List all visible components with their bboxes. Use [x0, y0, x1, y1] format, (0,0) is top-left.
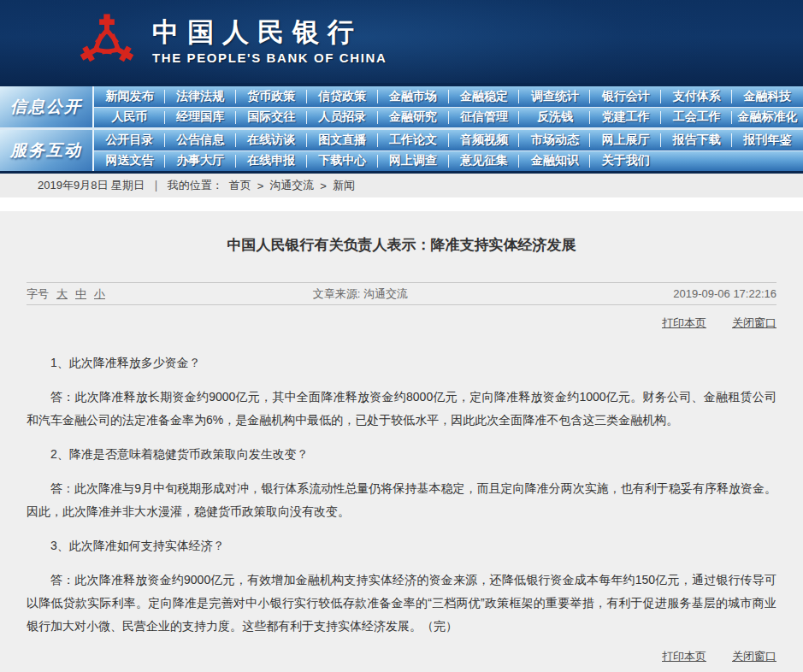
nav-item[interactable]: 支付体系	[661, 86, 732, 107]
chevron-right-icon: >	[320, 180, 327, 192]
article-paragraph: 1、此次降准释放多少资金？	[27, 351, 776, 374]
nav-row: 公开目录 公告信息 在线访谈 图文直播 工作论文 音频视频 市场动态 网上展厅 …	[94, 130, 803, 150]
nav-item-empty	[661, 151, 732, 172]
nav-tab-service-interaction[interactable]: 服务互动	[0, 130, 94, 171]
breadcrumb-item-communication[interactable]: 沟通交流	[269, 178, 314, 193]
article-source: 文章来源: 沟通交流	[313, 286, 408, 302]
nav-item[interactable]: 国际交往	[236, 108, 307, 128]
source-label: 文章来源:	[313, 287, 361, 300]
nav-item[interactable]: 银行会计	[590, 86, 661, 107]
nav-item[interactable]: 工作论文	[378, 130, 449, 150]
nav-item[interactable]: 金融知识	[519, 151, 590, 172]
nav-item[interactable]: 金融科技	[732, 86, 803, 107]
nav-item[interactable]: 在线访谈	[236, 130, 307, 150]
breadcrumb-item-news[interactable]: 新闻	[333, 178, 355, 193]
font-size-small-button[interactable]: 小	[94, 286, 105, 302]
nav-item[interactable]: 工会工作	[661, 108, 732, 128]
nav-item[interactable]: 人民币	[94, 108, 165, 128]
article-meta-bar: 字号 大 中 小 文章来源: 沟通交流 2019-09-06 17:22:16	[27, 282, 776, 305]
font-size-medium-button[interactable]: 中	[75, 286, 86, 302]
pboc-logo-icon	[75, 10, 139, 74]
article-container: 中国人民银行有关负责人表示：降准支持实体经济发展 字号 大 中 小 文章来源: …	[0, 211, 803, 672]
close-window-link[interactable]: 关闭窗口	[732, 315, 776, 331]
nav-item-empty	[732, 151, 803, 172]
article-paragraph: 答：此次降准与9月中旬税期形成对冲，银行体系流动性总量仍将保持基本稳定，而且定向…	[27, 477, 776, 523]
breadcrumb: 2019年9月8日 星期日 ｜ 我的位置： 首页 > 沟通交流 > 新闻	[0, 174, 803, 197]
nav-section-info-disclosure: 信息公开 新闻发布 法律法规 货币政策 信贷政策 金融市场 金融稳定 调查统计 …	[0, 86, 803, 127]
nav-item[interactable]: 市场动态	[519, 130, 590, 150]
article-datetime: 2019-09-06 17:22:16	[673, 287, 776, 300]
close-window-link[interactable]: 关闭窗口	[732, 649, 776, 664]
article-paragraph: 答：此次降准释放长期资金约9000亿元，其中全面降准释放资金约8000亿元，定向…	[27, 386, 776, 432]
nav-row: 人民币 经理国库 国际交往 人员招录 金融研究 征信管理 反洗钱 党建工作 工会…	[94, 107, 803, 128]
location-label: 我的位置：	[168, 178, 223, 193]
nav-grid: 新闻发布 法律法规 货币政策 信贷政策 金融市场 金融稳定 调查统计 银行会计 …	[94, 86, 803, 127]
nav-section-service-interaction: 服务互动 公开目录 公告信息 在线访谈 图文直播 工作论文 音频视频 市场动态 …	[0, 130, 803, 171]
nav-item[interactable]: 党建工作	[590, 108, 661, 128]
nav-item[interactable]: 调查统计	[519, 86, 590, 107]
font-size-label: 字号	[27, 286, 49, 302]
nav-item[interactable]: 金融标准化	[732, 108, 803, 128]
breadcrumb-item-home[interactable]: 首页	[229, 178, 251, 193]
nav-item[interactable]: 网上调查	[378, 151, 449, 172]
nav-item[interactable]: 货币政策	[236, 86, 307, 107]
font-size-controls: 字号 大 中 小	[27, 286, 105, 302]
nav-item[interactable]: 下载中心	[307, 151, 378, 172]
article-body: 1、此次降准释放多少资金？ 答：此次降准释放长期资金约9000亿元，其中全面降准…	[27, 351, 776, 638]
breadcrumb-divider: ｜	[151, 178, 162, 193]
nav-item[interactable]: 报刊年鉴	[732, 130, 803, 150]
nav-tab-info-disclosure[interactable]: 信息公开	[0, 86, 94, 127]
nav-item[interactable]: 公告信息	[165, 130, 236, 150]
nav-item[interactable]: 办事大厅	[165, 151, 236, 172]
print-page-link[interactable]: 打印本页	[662, 649, 706, 664]
nav-item[interactable]: 反洗钱	[519, 108, 590, 128]
article-paragraph: 答：此次降准释放资金约9000亿元，有效增加金融机构支持实体经济的资金来源，还降…	[27, 569, 776, 638]
nav-item[interactable]: 报告下载	[661, 130, 732, 150]
chevron-right-icon: >	[257, 180, 264, 192]
nav-item[interactable]: 经理国库	[165, 108, 236, 128]
source-value: 沟通交流	[363, 287, 408, 300]
nav-item[interactable]: 公开目录	[94, 130, 165, 150]
main-nav: 信息公开 新闻发布 法律法规 货币政策 信贷政策 金融市场 金融稳定 调查统计 …	[0, 83, 803, 174]
brand-subtitle: THE PEOPLE'S BANK OF CHINA	[152, 50, 387, 65]
nav-item[interactable]: 在线申报	[236, 151, 307, 172]
nav-item[interactable]: 新闻发布	[94, 86, 165, 107]
page: 中国人民银行 THE PEOPLE'S BANK OF CHINA 信息公开 新…	[0, 0, 803, 672]
nav-item[interactable]: 意见征集	[449, 151, 520, 172]
nav-tab-label: 服务互动	[10, 139, 82, 162]
nav-item[interactable]: 征信管理	[449, 108, 520, 128]
nav-item[interactable]: 图文直播	[307, 130, 378, 150]
nav-tab-label: 信息公开	[10, 96, 82, 118]
nav-item[interactable]: 法律法规	[165, 86, 236, 107]
print-page-link[interactable]: 打印本页	[662, 315, 706, 331]
nav-item[interactable]: 音频视频	[449, 130, 520, 150]
nav-grid: 公开目录 公告信息 在线访谈 图文直播 工作论文 音频视频 市场动态 网上展厅 …	[94, 130, 803, 171]
brand-block: 中国人民银行 THE PEOPLE'S BANK OF CHINA	[152, 18, 387, 65]
nav-item[interactable]: 金融市场	[378, 86, 449, 107]
nav-item[interactable]: 信贷政策	[307, 86, 378, 107]
nav-row: 网送文告 办事大厅 在线申报 下载中心 网上调查 意见征集 金融知识 关于我们	[94, 150, 803, 172]
nav-item[interactable]: 网送文告	[94, 151, 165, 172]
font-size-large-button[interactable]: 大	[56, 286, 68, 302]
nav-item[interactable]: 人员招录	[307, 108, 378, 128]
current-date: 2019年9月8日 星期日	[38, 178, 145, 193]
article-paragraph: 3、此次降准如何支持实体经济？	[27, 534, 776, 557]
page-gap	[0, 197, 803, 211]
brand-title: 中国人民银行	[152, 18, 387, 47]
article-actions-top: 打印本页 关闭窗口	[27, 315, 776, 331]
article-title: 中国人民银行有关负责人表示：降准支持实体经济发展	[27, 211, 776, 255]
article-actions-bottom: 打印本页 关闭窗口	[27, 649, 776, 664]
article-paragraph: 2、降准是否意味着稳健货币政策取向发生改变？	[27, 443, 776, 466]
nav-item[interactable]: 金融研究	[378, 108, 449, 128]
nav-row: 新闻发布 法律法规 货币政策 信贷政策 金融市场 金融稳定 调查统计 银行会计 …	[94, 86, 803, 107]
nav-item[interactable]: 金融稳定	[449, 86, 520, 107]
nav-item[interactable]: 关于我们	[590, 151, 661, 172]
site-header: 中国人民银行 THE PEOPLE'S BANK OF CHINA	[0, 0, 803, 83]
nav-item[interactable]: 网上展厅	[590, 130, 661, 150]
